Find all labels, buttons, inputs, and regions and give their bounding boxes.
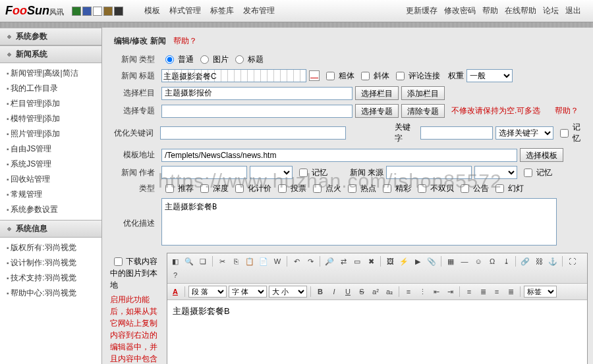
align-justify-icon[interactable]: ≣ [505, 286, 517, 298]
undo-icon[interactable]: ↶ [291, 255, 302, 267]
emoji-icon[interactable]: ☺ [472, 255, 484, 267]
author-input[interactable] [161, 166, 247, 179]
template-input[interactable] [161, 149, 517, 162]
select-column-btn[interactable]: 选择栏目 [355, 86, 399, 100]
font-select[interactable]: 字 体 [229, 286, 267, 298]
topic-input[interactable] [161, 105, 353, 118]
sidebar-item[interactable]: 自由JS管理 [0, 142, 101, 157]
paste-text-icon[interactable]: 📄 [258, 255, 269, 267]
textcolor-icon[interactable]: A [169, 286, 181, 298]
keywords-input[interactable] [160, 126, 346, 140]
size-select[interactable]: 大 小 [269, 286, 307, 298]
topic-help[interactable]: 帮助？ [555, 105, 579, 117]
anchor-icon[interactable]: ⚓ [547, 255, 559, 267]
sidebar-item[interactable]: 模特管理|添加 [0, 111, 101, 126]
flag-8[interactable] [461, 184, 469, 193]
remove-format-icon[interactable]: ✖ [365, 255, 377, 267]
color-brown[interactable] [103, 7, 113, 16]
sidebar-item[interactable]: 回收站管理 [0, 172, 101, 187]
attach-icon[interactable]: 📎 [426, 255, 438, 267]
indent-icon[interactable]: ⇥ [444, 286, 456, 298]
italic-icon[interactable]: I [328, 286, 340, 298]
table-icon[interactable]: ▦ [445, 255, 457, 267]
panel-system-params[interactable]: 系统参数 [0, 28, 101, 45]
superscript-icon[interactable]: a₂ [383, 286, 395, 298]
image-icon[interactable]: 🖼 [384, 255, 396, 267]
keyword-select[interactable]: 选择关键字 [495, 126, 553, 140]
editor-content[interactable]: 主题摄影套餐B [167, 300, 587, 364]
flag-4[interactable] [313, 184, 322, 193]
desc-textarea[interactable]: 主题摄影套餐B [161, 198, 557, 246]
flag-6[interactable] [383, 184, 391, 193]
source-select[interactable] [474, 166, 517, 179]
align-right-icon[interactable]: ≡ [491, 286, 503, 298]
color-white[interactable] [93, 7, 102, 16]
color-picker-icon[interactable] [309, 70, 320, 81]
replace-icon[interactable]: ⇄ [337, 255, 349, 267]
link-icon[interactable]: 🔗 [519, 255, 531, 267]
tag-select[interactable]: 标签 [524, 286, 557, 298]
source-icon[interactable]: ◧ [169, 255, 181, 267]
sidebar-item[interactable]: 系统JS管理 [0, 157, 101, 172]
subscript-icon[interactable]: a² [370, 286, 381, 298]
selectall-icon[interactable]: ▭ [351, 255, 363, 267]
flag-7[interactable] [418, 184, 426, 193]
color-blue[interactable] [82, 7, 92, 16]
select-topic-btn[interactable]: 选择专题 [355, 104, 399, 118]
radio-image[interactable] [200, 55, 209, 64]
ul-icon[interactable]: ⋮ [416, 286, 428, 298]
chk-remember-kw[interactable] [560, 129, 569, 138]
nav-template[interactable]: 模板 [144, 5, 160, 16]
ol-icon[interactable]: ≡ [403, 286, 414, 298]
chk-download-images[interactable] [114, 257, 123, 266]
nav-tags[interactable]: 标签库 [210, 5, 234, 16]
add-column-btn[interactable]: 添加栏目 [401, 86, 445, 100]
strike-icon[interactable]: S [356, 286, 368, 298]
nav-online-help[interactable]: 在线帮助 [505, 5, 536, 16]
sidebar-item[interactable]: 常规管理 [0, 187, 101, 202]
select-template-btn[interactable]: 选择模板 [520, 148, 563, 162]
sidebar-item[interactable]: 栏目管理|添加 [0, 96, 101, 111]
nav-refresh-cache[interactable]: 更新缓存 [406, 5, 438, 16]
chk-remember-source[interactable] [524, 169, 532, 177]
unlink-icon[interactable]: ⛓ [533, 255, 545, 267]
paste-icon[interactable]: 📋 [244, 255, 256, 267]
flag-0[interactable] [165, 184, 174, 193]
panel-system-info[interactable]: 系统信息 [0, 220, 101, 238]
new-icon[interactable]: ❏ [197, 255, 209, 267]
sidebar-item[interactable]: 系统参数设置 [0, 202, 101, 217]
nav-help[interactable]: 帮助 [482, 5, 498, 16]
column-input[interactable] [161, 87, 353, 100]
help-link[interactable]: 帮助？ [173, 36, 197, 45]
fullscreen-icon[interactable]: ⛶ [566, 255, 578, 267]
author-select[interactable] [250, 166, 293, 179]
outdent-icon[interactable]: ⇤ [430, 286, 442, 298]
cut-icon[interactable]: ✂ [216, 255, 228, 267]
copy-icon[interactable]: ⎘ [230, 255, 242, 267]
panel-news-system[interactable]: 新闻系统 [0, 45, 101, 63]
source-input[interactable] [386, 166, 472, 179]
chk-remember-author[interactable] [299, 169, 308, 177]
chk-italic[interactable] [361, 72, 370, 80]
special-icon[interactable]: Ω [486, 255, 498, 267]
nav-exit[interactable]: 退出 [565, 5, 581, 16]
sidebar-item[interactable]: 我的工作目录 [0, 81, 101, 96]
flag-2[interactable] [235, 184, 244, 193]
radio-title[interactable] [235, 55, 244, 64]
paragraph-select[interactable]: 段 落 [188, 286, 227, 298]
nav-forum[interactable]: 论坛 [543, 5, 559, 16]
pagebreak-icon[interactable]: ⤓ [500, 255, 512, 267]
bold-icon[interactable]: B [314, 286, 326, 298]
hr-icon[interactable]: — [459, 255, 470, 267]
weight-select[interactable]: 一般 [466, 69, 513, 82]
nav-change-pwd[interactable]: 修改密码 [444, 5, 476, 16]
paste-word-icon[interactable]: W [271, 255, 283, 267]
about-icon[interactable]: ? [169, 269, 181, 281]
nav-style[interactable]: 样式管理 [169, 5, 201, 16]
clear-topic-btn[interactable]: 清除专题 [401, 104, 445, 118]
chk-comment[interactable] [396, 72, 405, 80]
color-black[interactable] [114, 7, 123, 16]
preview-icon[interactable]: 🔍 [183, 255, 195, 267]
flash-icon[interactable]: ⚡ [398, 255, 410, 267]
title-ruler-input[interactable]: 主题摄影套餐C [161, 69, 306, 82]
